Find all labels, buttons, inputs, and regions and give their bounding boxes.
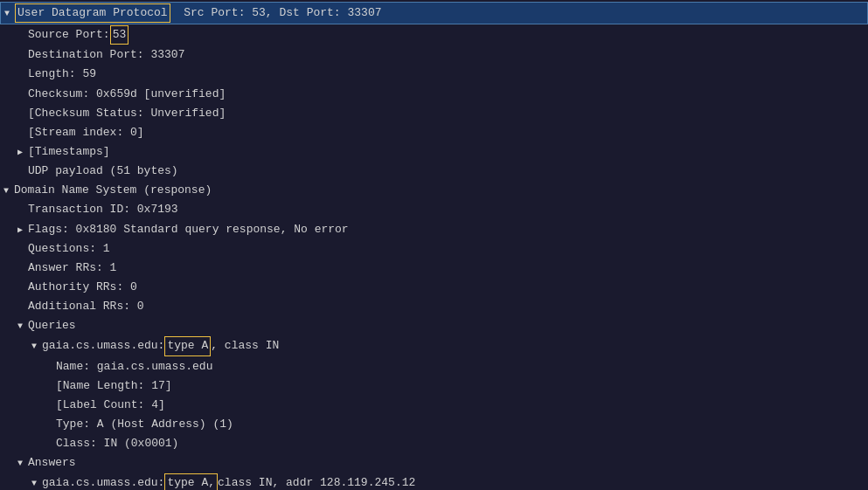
stream-index-text: [Stream index: 0] [28, 124, 144, 141]
query-type-line: Type: A (Host Address) (1) [0, 415, 868, 434]
flags-arrow-icon: ▶ [17, 224, 28, 238]
stream-index-line: [Stream index: 0] [0, 123, 868, 142]
src-port-line: Source Port: 53 [0, 24, 868, 45]
query-class-line: Class: IN (0x0001) [0, 434, 868, 453]
query-record-arrow-icon: ▼ [31, 340, 42, 354]
dst-port-line: Destination Port: 33307 [0, 45, 868, 65]
answer-type-highlight: type A, [164, 473, 218, 490]
queries-text: Queries [28, 317, 76, 335]
timestamps-line[interactable]: ▶ [Timestamps] [0, 142, 868, 162]
query-record-after: , class IN [211, 337, 279, 355]
answer-record-after: class IN, addr 128.119.245.12 [218, 474, 415, 490]
query-class-text: Class: IN (0x0001) [56, 435, 178, 452]
label-count-line: [Label Count: 4] [0, 396, 868, 415]
dns-header-text: Domain Name System (response) [14, 182, 212, 199]
transaction-id-line: Transaction ID: 0x7193 [0, 200, 868, 219]
checksum-text: Checksum: 0x659d [unverified] [28, 86, 226, 103]
query-type-text: Type: A (Host Address) (1) [56, 416, 233, 433]
udp-title-highlight: User Datagram Protocol [15, 3, 170, 23]
answer-rrs-text: Answer RRs: 1 [28, 259, 116, 277]
udp-arrow-icon: ▼ [4, 7, 15, 21]
flags-line[interactable]: ▶ Flags: 0x8180 Standard query response,… [0, 220, 868, 239]
queries-arrow-icon: ▼ [17, 320, 28, 334]
checksum-status-text: [Checksum Status: Unverified] [28, 105, 226, 122]
authority-rrs-line: Authority RRs: 0 [0, 278, 868, 297]
name-length-line: [Name Length: 17] [0, 376, 868, 396]
query-record-before: gaia.cs.umass.edu: [42, 337, 164, 355]
answers-line[interactable]: ▼ Answers [0, 453, 868, 473]
checksum-line: Checksum: 0x659d [unverified] [0, 85, 868, 104]
timestamps-arrow-icon: ▶ [17, 146, 28, 160]
name-length-text: [Name Length: 17] [56, 377, 172, 395]
authority-rrs-text: Authority RRs: 0 [28, 279, 137, 296]
udp-ports: Src Port: 53, Dst Port: 33307 [170, 4, 382, 22]
additional-rrs-text: Additional RRs: 0 [28, 298, 144, 315]
answer-record-arrow-icon: ▼ [31, 477, 42, 490]
queries-line[interactable]: ▼ Queries [0, 316, 868, 335]
udp-payload-text: UDP payload (51 bytes) [28, 162, 178, 180]
src-port-label: Source Port: [28, 26, 110, 44]
length-text: Length: 59 [28, 66, 96, 83]
query-type-highlight: type A [164, 336, 211, 355]
answer-record-before: gaia.cs.umass.edu: [42, 474, 164, 490]
answer-rrs-line: Answer RRs: 1 [0, 259, 868, 278]
transaction-id-text: Transaction ID: 0x7193 [28, 201, 178, 218]
length-line: Length: 59 [0, 65, 868, 84]
flags-text: Flags: 0x8180 Standard query response, N… [28, 221, 349, 238]
timestamps-text: [Timestamps] [28, 143, 110, 161]
answers-arrow-icon: ▼ [17, 457, 28, 471]
answers-text: Answers [28, 454, 76, 472]
query-name-text: Name: gaia.cs.umass.edu [56, 358, 212, 376]
label-count-text: [Label Count: 4] [56, 397, 165, 414]
checksum-status-line: [Checksum Status: Unverified] [0, 104, 868, 123]
questions-line: Questions: 1 [0, 239, 868, 259]
answer-record-line[interactable]: ▼ gaia.cs.umass.edu: type A, class IN, a… [0, 473, 868, 490]
additional-rrs-line: Additional RRs: 0 [0, 297, 868, 316]
query-name-line: Name: gaia.cs.umass.edu [0, 357, 868, 376]
dst-port-text: Destination Port: 33307 [28, 46, 184, 64]
packet-tree[interactable]: ▼ User Datagram Protocol Src Port: 53, D… [0, 0, 868, 490]
query-record-line[interactable]: ▼ gaia.cs.umass.edu: type A, class IN [0, 335, 868, 356]
dns-arrow-icon: ▼ [3, 184, 14, 198]
questions-text: Questions: 1 [28, 240, 110, 258]
udp-header-line[interactable]: ▼ User Datagram Protocol Src Port: 53, D… [0, 2, 868, 24]
src-port-value: 53 [110, 25, 129, 45]
dns-header-line[interactable]: ▼ Domain Name System (response) [0, 181, 868, 200]
udp-payload-line: UDP payload (51 bytes) [0, 162, 868, 181]
